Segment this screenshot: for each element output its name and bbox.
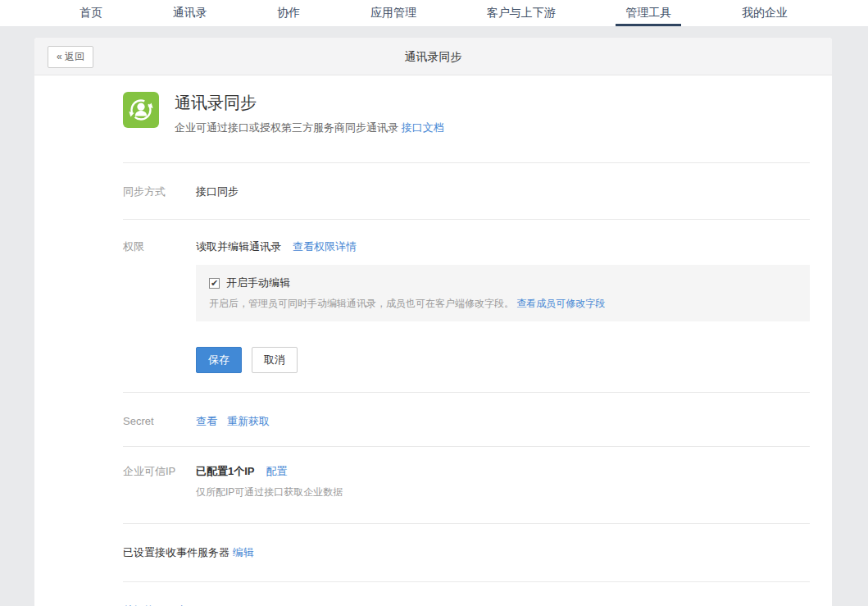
button-row: 保存 取消	[196, 347, 810, 373]
nav-item-contacts[interactable]: 通讯录	[163, 0, 217, 26]
trusted-ip-value: 已配置1个IP	[196, 464, 255, 479]
permission-row: 权限 读取并编辑通讯录 查看权限详情	[123, 239, 810, 254]
hero-subtitle-text: 企业可通过接口或授权第三方服务商同步通讯录	[175, 121, 398, 134]
secret-label: Secret	[123, 415, 196, 427]
hero-section: 通讯录同步 企业可通过接口或授权第三方服务商同步通讯录 接口文档	[123, 92, 810, 135]
event-server-edit-link[interactable]: 编辑	[233, 546, 254, 558]
nav-item-my-enterprise[interactable]: 我的企业	[732, 0, 798, 26]
divider	[123, 219, 810, 220]
page-title: 通讯录同步	[34, 38, 832, 75]
divider	[123, 523, 810, 524]
divider	[123, 446, 810, 447]
nav-item-app-management[interactable]: 应用管理	[361, 0, 426, 26]
manual-edit-checkbox-row: ✔ 开启手动编辑	[209, 276, 797, 290]
permission-detail-link[interactable]: 查看权限详情	[293, 239, 357, 254]
manual-edit-note: 开启后，管理员可同时手动编辑通讯录，成员也可在客户端修改字段。 查看成员可修改字…	[209, 297, 797, 311]
sync-method-label: 同步方式	[123, 185, 196, 199]
panel-content: 通讯录同步 企业可通过接口或授权第三方服务商同步通讯录 接口文档 同步方式 接口…	[34, 92, 832, 606]
event-server-text: 已设置接收事件服务器	[123, 546, 229, 558]
divider	[123, 392, 810, 393]
permission-label: 权限	[123, 239, 196, 254]
manual-edit-box: ✔ 开启手动编辑 开启后，管理员可同时手动编辑通讯录，成员也可在客户端修改字段。…	[196, 265, 810, 321]
nav-item-collaboration[interactable]: 协作	[267, 0, 310, 26]
permission-value: 读取并编辑通讯录	[196, 239, 281, 254]
divider	[123, 162, 810, 163]
save-button[interactable]: 保存	[196, 347, 242, 373]
secret-view-link[interactable]: 查看	[196, 414, 217, 429]
api-doc-link[interactable]: 接口文档	[402, 121, 444, 134]
editable-fields-link[interactable]: 查看成员可修改字段	[516, 298, 605, 309]
nav-item-admin-tools[interactable]: 管理工具	[616, 0, 681, 26]
manual-edit-checkbox[interactable]: ✔	[209, 278, 220, 289]
trusted-ip-label: 企业可信IP	[123, 464, 196, 479]
hero-text: 通讯录同步 企业可通过接口或授权第三方服务商同步通讯录 接口文档	[175, 92, 444, 135]
manual-edit-note-text: 开启后，管理员可同时手动编辑通讯录，成员也可在客户端修改字段。	[209, 298, 514, 309]
contact-sync-icon	[123, 92, 159, 128]
manual-edit-checkbox-label[interactable]: 开启手动编辑	[226, 276, 290, 290]
secret-regenerate-link[interactable]: 重新获取	[227, 414, 270, 429]
contact-sync-panel: « 返回 通讯录同步 通讯录同步 企业可通过接口或授权第三方服务商同步通讯录	[34, 38, 832, 606]
sync-method-row: 同步方式 接口同步	[123, 185, 810, 199]
hero-subtitle: 企业可通过接口或授权第三方服务商同步通讯录 接口文档	[175, 121, 444, 135]
trusted-ip-config-link[interactable]: 配置	[266, 464, 288, 479]
top-navigation: 首页 通讯录 协作 应用管理 客户与上下游 管理工具 我的企业	[0, 0, 868, 27]
nav-item-home[interactable]: 首页	[70, 0, 112, 26]
secret-row: Secret 查看 重新获取	[123, 414, 810, 429]
divider	[123, 581, 810, 582]
trusted-ip-note: 仅所配IP可通过接口获取企业数据	[196, 485, 810, 499]
cancel-button[interactable]: 取消	[252, 347, 298, 373]
event-server-row: 已设置接收事件服务器 编辑	[123, 545, 810, 560]
sync-method-value: 接口同步	[196, 185, 239, 199]
hero-title: 通讯录同步	[175, 92, 444, 114]
panel-header: « 返回 通讯录同步	[34, 38, 832, 75]
nav-item-customers[interactable]: 客户与上下游	[477, 0, 566, 26]
trusted-ip-row: 企业可信IP 已配置1个IP 配置	[123, 464, 810, 479]
